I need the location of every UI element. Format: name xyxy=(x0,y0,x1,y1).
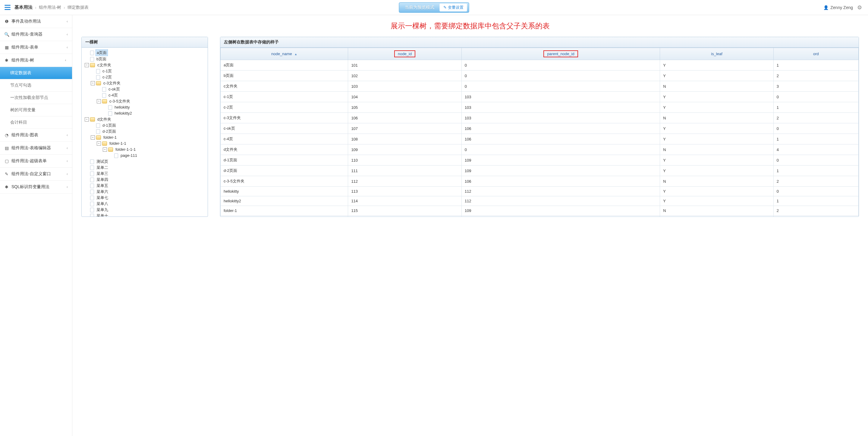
tree-node-label: c-2页 xyxy=(101,74,113,80)
page-icon xyxy=(102,93,106,98)
sidebar-item-label: 组件用法-表格编辑器 xyxy=(11,145,51,151)
tree-node[interactable]: d-1页面 xyxy=(90,122,205,128)
folder-open-icon xyxy=(96,81,101,85)
table-row[interactable]: c-4页108106Y1 xyxy=(221,134,859,144)
sidebar-item[interactable]: ▢组件用法-超级表单‹ xyxy=(0,155,72,168)
cell-node_name: d-2页面 xyxy=(221,166,348,176)
th-node_name[interactable]: node_name ▲ xyxy=(221,48,348,60)
cell-node_name: b页面 xyxy=(221,70,348,81)
tree-node[interactable]: 菜单五 xyxy=(84,183,205,189)
sidebar-sub-item[interactable]: 树的可用变量 xyxy=(10,104,72,116)
tree-node[interactable]: 菜单八 xyxy=(84,201,205,207)
tree-node[interactable]: b页面 xyxy=(84,56,205,62)
tree-node[interactable]: −folder-1-1−folder-1-1-1page-111 xyxy=(96,141,205,158)
tree-node[interactable]: a页面 xyxy=(84,50,205,56)
th-is_leaf[interactable]: is_leaf xyxy=(660,48,773,60)
sidebar-item-label: 组件用法-表单 xyxy=(11,45,38,50)
table-row[interactable]: folder-1-1116115N0 xyxy=(221,215,859,217)
table-row[interactable]: c-2页105103Y1 xyxy=(221,102,859,113)
tree-node-label: d-1页面 xyxy=(101,122,117,128)
tree-node[interactable]: c-2页 xyxy=(90,74,205,80)
tree-node[interactable]: hellokitty2 xyxy=(102,110,205,116)
tree-node[interactable]: 菜单九 xyxy=(84,207,205,213)
tree-node[interactable]: page-111 xyxy=(108,152,205,158)
tree-node[interactable]: −c文件夹c-1页c-2页−c-3文件夹c-ok页c-4页−c-3-5文件夹he… xyxy=(84,62,205,116)
tree-spacer xyxy=(85,214,89,216)
page-icon xyxy=(90,57,94,61)
table-row[interactable]: c-3-5文件夹112106N2 xyxy=(221,176,859,187)
sidebar-item[interactable]: 🔍组件用法-查询器‹ xyxy=(0,28,72,41)
collapse-icon[interactable]: − xyxy=(85,117,89,121)
table-row[interactable]: c-1页104103Y0 xyxy=(221,92,859,102)
tree-node[interactable]: 测试页 xyxy=(84,158,205,165)
cell-is_leaf: Y xyxy=(660,70,773,81)
tree-node[interactable]: 菜单六 xyxy=(84,189,205,195)
sidebar-item[interactable]: ✱SQL标识符变量用法‹ xyxy=(0,181,72,194)
tree-node[interactable]: −c-3文件夹c-ok页c-4页−c-3-5文件夹hellokittyhello… xyxy=(90,80,205,116)
sidebar-item[interactable]: ✎组件用法-自定义窗口‹ xyxy=(0,168,72,181)
tree-node[interactable]: 菜单四 xyxy=(84,177,205,183)
sidebar-sub-item[interactable]: 会计科目 xyxy=(10,116,72,129)
table-row[interactable]: c-3文件夹106103N2 xyxy=(221,113,859,123)
th-node_id[interactable]: node_id xyxy=(348,48,461,60)
th-parent_node_id[interactable]: parent_node_id xyxy=(461,48,660,60)
tree-node-label: 菜单五 xyxy=(96,183,109,189)
tree-node[interactable]: c-1页 xyxy=(90,68,205,74)
tree-node[interactable]: −d文件夹d-1页面d-2页面−folder-1−folder-1-1−fold… xyxy=(84,116,205,158)
tree-node-label: c-3文件夹 xyxy=(102,80,121,86)
sidebar-sub-item[interactable]: 一次性加载全部节点 xyxy=(10,92,72,104)
breadcrumb-part-2[interactable]: 绑定数据表 xyxy=(67,5,89,10)
sidebar-sub-item[interactable]: 绑定数据表 xyxy=(0,67,72,79)
page-icon xyxy=(96,129,100,134)
table-row[interactable]: a页面1010Y1 xyxy=(221,60,859,70)
table-row[interactable]: folder-1115109N2 xyxy=(221,206,859,215)
tree-node[interactable]: c-ok页 xyxy=(96,86,205,92)
tree-node[interactable]: 菜单七 xyxy=(84,195,205,201)
table-row[interactable]: d文件夹1090N4 xyxy=(221,144,859,155)
collapse-icon[interactable]: − xyxy=(85,63,89,67)
tree-node[interactable]: d-2页面 xyxy=(90,128,205,135)
collapse-icon[interactable]: − xyxy=(103,147,107,152)
menu-toggle-icon[interactable] xyxy=(3,3,12,12)
sidebar-item[interactable]: ❶事件及动作用法‹ xyxy=(0,15,72,28)
user-menu[interactable]: 👤 Zenny Zeng xyxy=(824,5,853,10)
collapse-icon[interactable]: − xyxy=(91,81,95,85)
sidebar-item[interactable]: ✱组件用法-树⌄ xyxy=(0,54,72,67)
breadcrumb-root[interactable]: 基本用法 xyxy=(14,4,33,10)
table-row[interactable]: hellokitty113112Y0 xyxy=(221,187,859,196)
collapse-icon[interactable]: − xyxy=(97,99,101,104)
tree-node[interactable]: 菜单三 xyxy=(84,171,205,177)
chevron-left-icon: ‹ xyxy=(67,172,68,176)
tree-node[interactable]: −c-3-5文件夹hellokittyhellokitty2 xyxy=(96,98,205,116)
preview-banner: 当前为预览模式 ✎ 变量设置 xyxy=(399,2,469,13)
collapse-icon[interactable]: − xyxy=(97,141,101,146)
variable-settings-button[interactable]: ✎ 变量设置 xyxy=(440,4,467,11)
page-icon xyxy=(90,214,94,217)
cell-node_id: 104 xyxy=(348,92,461,102)
th-ord[interactable]: ord xyxy=(773,48,858,60)
collapse-icon[interactable]: − xyxy=(91,135,95,140)
sidebar-item[interactable]: ▦组件用法-表单‹ xyxy=(0,41,72,54)
table-row[interactable]: b页面1020Y2 xyxy=(221,70,859,81)
settings-gear-icon[interactable]: ⚙ xyxy=(857,4,862,11)
tree-node[interactable]: −folder-1−folder-1-1−folder-1-1-1page-11… xyxy=(90,135,205,158)
table-row[interactable]: c文件夹1030N3 xyxy=(221,81,859,92)
tree-node[interactable]: 菜单二 xyxy=(84,165,205,171)
table-row[interactable]: hellokitty2114112Y1 xyxy=(221,196,859,206)
sidebar-item[interactable]: ▤组件用法-表格编辑器‹ xyxy=(0,142,72,155)
tree-node[interactable]: c-4页 xyxy=(96,92,205,98)
cell-is_leaf: N xyxy=(660,144,773,155)
table-row[interactable]: c-ok页107106Y0 xyxy=(221,123,859,134)
cell-node_id: 108 xyxy=(348,134,461,144)
tree-node[interactable]: −folder-1-1-1page-111 xyxy=(102,147,205,158)
tree-node[interactable]: hellokitty xyxy=(102,104,205,110)
tree-node[interactable]: 菜单十 xyxy=(84,213,205,216)
sidebar-item[interactable]: ◔组件用法-图表‹ xyxy=(0,129,72,142)
tree-panel-body[interactable]: a页面b页面−c文件夹c-1页c-2页−c-3文件夹c-ok页c-4页−c-3-… xyxy=(82,48,208,216)
table-row[interactable]: d-2页面111109Y1 xyxy=(221,166,859,176)
th-label: node_id xyxy=(394,50,415,57)
cell-ord: 0 xyxy=(773,155,858,166)
table-row[interactable]: d-1页面110109Y0 xyxy=(221,155,859,166)
breadcrumb-part-1[interactable]: 组件用法-树 xyxy=(39,5,61,10)
sidebar-sub-item[interactable]: 节点可勾选 xyxy=(10,79,72,92)
